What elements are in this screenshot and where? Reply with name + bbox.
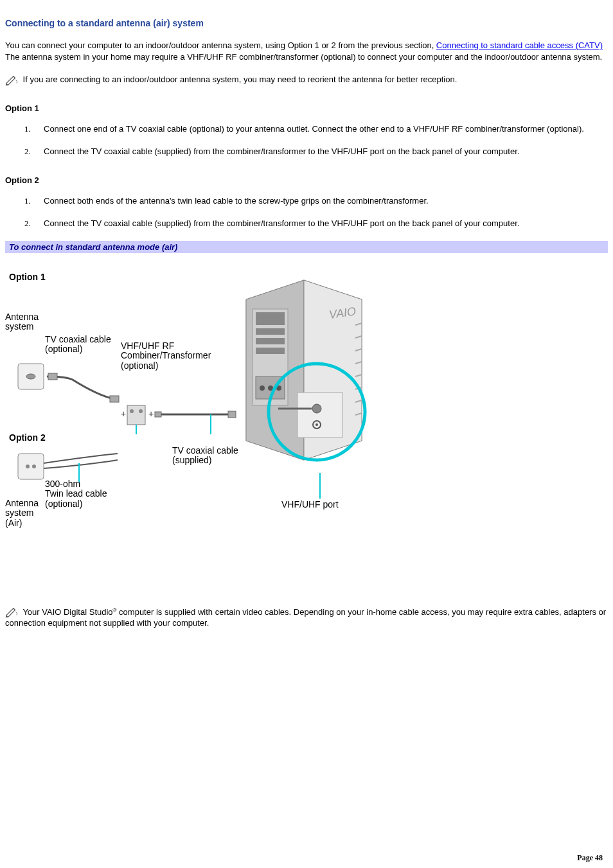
note2-pre: Your VAIO Digital Studio — [21, 607, 113, 617]
svg-text:+: + — [148, 409, 154, 419]
step-text: Connect both ends of the antenna's twin … — [44, 196, 429, 206]
computer-tower-icon: VAIO — [233, 274, 375, 466]
step-text: Connect the TV coaxial cable (supplied) … — [44, 218, 519, 228]
step-number: 1. — [24, 195, 31, 207]
svg-rect-35 — [155, 412, 161, 417]
svg-point-40 — [26, 465, 30, 468]
fig-label-antenna-system: Antenna system — [5, 312, 39, 332]
intro-paragraph: You can connect your computer to an indo… — [5, 40, 608, 62]
option2-steps: 1.Connect both ends of the antenna's twi… — [24, 195, 608, 229]
step-text: Connect one end of a TV coaxial cable (o… — [44, 124, 584, 134]
svg-point-25 — [315, 423, 318, 426]
svg-rect-28 — [48, 373, 57, 380]
catv-link[interactable]: Connecting to standard cable access (CAT… — [436, 40, 603, 50]
list-item: 1.Connect one end of a TV coaxial cable … — [24, 123, 608, 135]
svg-rect-5 — [256, 328, 285, 335]
svg-rect-36 — [228, 411, 236, 418]
option2-heading: Option 2 — [5, 175, 608, 185]
pencil-note-icon — [5, 75, 19, 85]
figure-caption: To connect in standard antenna mode (air… — [5, 241, 608, 253]
fig-label-opt1: Option 1 — [9, 272, 46, 282]
page-title: Connecting to a standard antenna (air) s… — [5, 18, 608, 28]
svg-point-9 — [260, 385, 265, 391]
svg-rect-6 — [256, 338, 285, 344]
svg-point-27 — [26, 374, 35, 379]
svg-rect-22 — [298, 393, 342, 438]
intro-post: The antenna system in your home may requ… — [5, 52, 602, 62]
step-number: 1. — [24, 123, 31, 135]
connection-diagram: VAIO + + — [5, 261, 378, 544]
fig-label-antenna-air: Antenna system (Air) — [5, 499, 39, 528]
list-item: 1.Connect both ends of the antenna's twi… — [24, 195, 608, 207]
svg-rect-29 — [110, 396, 119, 402]
svg-text:+: + — [121, 409, 126, 419]
pencil-note-icon — [5, 607, 19, 617]
note-cables: Your VAIO Digital Studio® computer is su… — [5, 607, 608, 629]
option1-steps: 1.Connect one end of a TV coaxial cable … — [24, 123, 608, 157]
svg-rect-30 — [127, 405, 145, 425]
list-item: 2.Connect the TV coaxial cable (supplied… — [24, 146, 608, 157]
step-text: Connect the TV coaxial cable (supplied) … — [44, 146, 519, 156]
note-reorient: If you are connecting to an indoor/outdo… — [5, 74, 608, 85]
step-number: 2. — [24, 218, 31, 229]
svg-point-31 — [130, 409, 134, 413]
fig-label-port: VHF/UHF port — [281, 500, 339, 509]
svg-rect-39 — [18, 454, 44, 479]
fig-label-twin-lead: 300-ohm Twin lead cable (optional) — [45, 479, 107, 509]
step-number: 2. — [24, 146, 31, 157]
svg-point-41 — [32, 465, 36, 468]
fig-label-opt2: Option 2 — [9, 433, 46, 443]
svg-point-32 — [139, 409, 143, 413]
fig-label-combiner: VHF/UHF RF Combiner/Transformer (optiona… — [121, 341, 211, 371]
svg-point-23 — [312, 404, 321, 413]
fig-label-coax-supplied: TV coaxial cable (supplied) — [172, 446, 238, 466]
svg-rect-4 — [256, 312, 285, 325]
intro-pre: You can connect your computer to an indo… — [5, 40, 436, 50]
option1-heading: Option 1 — [5, 103, 608, 113]
note-text: If you are connecting to an indoor/outdo… — [21, 75, 457, 84]
svg-rect-7 — [256, 348, 285, 354]
fig-label-coax-optional: TV coaxial cable (optional) — [45, 335, 111, 355]
list-item: 2.Connect the TV coaxial cable (supplied… — [24, 218, 608, 229]
